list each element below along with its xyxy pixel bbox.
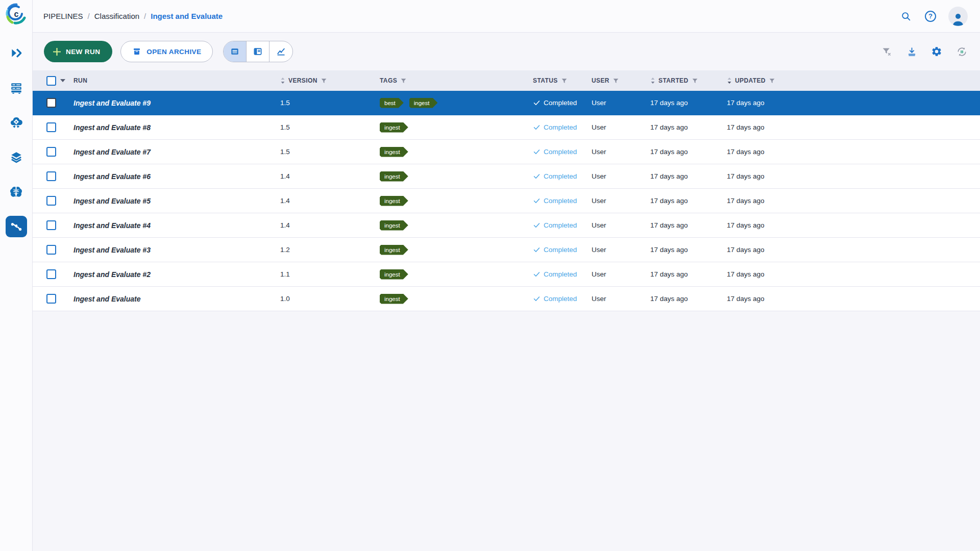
filter-icon[interactable] bbox=[692, 78, 698, 84]
run-cell[interactable]: Ingest and Evaluate #9 bbox=[68, 99, 276, 107]
tag-chip[interactable]: ingest bbox=[380, 196, 408, 206]
help-icon[interactable]: ? bbox=[924, 10, 937, 23]
row-checkbox[interactable] bbox=[46, 196, 56, 206]
table-row[interactable]: Ingest and Evaluate #3 1.2 ingest Comple… bbox=[33, 238, 980, 262]
breadcrumb-project[interactable]: Classification bbox=[94, 12, 139, 20]
run-name[interactable]: Ingest and Evaluate #4 bbox=[74, 221, 151, 230]
completed-check-icon bbox=[533, 123, 541, 131]
tag-chip[interactable]: best bbox=[380, 98, 404, 108]
open-archive-button[interactable]: OPEN ARCHIVE bbox=[120, 41, 213, 62]
run-cell[interactable]: Ingest and Evaluate #8 bbox=[68, 123, 276, 132]
run-name[interactable]: Ingest and Evaluate #8 bbox=[74, 123, 151, 132]
settings-icon[interactable] bbox=[930, 45, 943, 58]
tag-chip[interactable]: ingest bbox=[380, 294, 408, 304]
tag-chip[interactable]: ingest bbox=[380, 245, 408, 255]
run-cell[interactable]: Ingest and Evaluate #4 bbox=[68, 221, 276, 230]
sort-icon[interactable] bbox=[280, 77, 285, 84]
run-name[interactable]: Ingest and Evaluate #2 bbox=[74, 270, 151, 279]
run-cell[interactable]: Ingest and Evaluate bbox=[68, 295, 276, 303]
row-checkbox[interactable] bbox=[46, 147, 56, 157]
filter-icon[interactable] bbox=[769, 78, 775, 84]
sort-icon[interactable] bbox=[650, 77, 655, 84]
user-cell: User bbox=[587, 270, 646, 278]
workers-icon[interactable] bbox=[6, 112, 27, 133]
row-select-cell bbox=[33, 245, 68, 255]
queues-icon[interactable] bbox=[6, 77, 27, 98]
row-checkbox[interactable] bbox=[46, 122, 56, 132]
select-dropdown-icon[interactable] bbox=[60, 79, 65, 82]
updated-cell: 17 days ago bbox=[723, 172, 980, 180]
run-name[interactable]: Ingest and Evaluate #9 bbox=[74, 99, 151, 107]
filter-icon[interactable] bbox=[400, 78, 407, 84]
table-row[interactable]: Ingest and Evaluate 1.0 ingest Completed… bbox=[33, 287, 980, 311]
filter-icon[interactable] bbox=[612, 78, 619, 84]
projects-icon[interactable] bbox=[6, 42, 27, 64]
column-header-status[interactable]: STATUS bbox=[529, 77, 587, 84]
column-header-updated[interactable]: UPDATED bbox=[723, 77, 980, 84]
chart-view-button[interactable] bbox=[270, 41, 292, 62]
run-cell[interactable]: Ingest and Evaluate #5 bbox=[68, 197, 276, 205]
row-checkbox[interactable] bbox=[46, 98, 56, 108]
run-name[interactable]: Ingest and Evaluate #7 bbox=[74, 148, 151, 156]
tag-chip[interactable]: ingest bbox=[380, 171, 408, 182]
column-header-started[interactable]: STARTED bbox=[646, 77, 723, 84]
table-row[interactable]: Ingest and Evaluate #6 1.4 ingest Comple… bbox=[33, 164, 980, 189]
column-header-run[interactable]: RUN bbox=[68, 77, 276, 84]
table-row[interactable]: Ingest and Evaluate #5 1.4 ingest Comple… bbox=[33, 189, 980, 213]
row-checkbox[interactable] bbox=[46, 245, 56, 255]
column-header-version[interactable]: VERSION bbox=[276, 77, 376, 84]
run-name[interactable]: Ingest and Evaluate #5 bbox=[74, 197, 151, 205]
models-icon[interactable] bbox=[6, 181, 27, 203]
select-all-checkbox[interactable] bbox=[46, 76, 56, 86]
breadcrumb-section[interactable]: PIPELINES bbox=[43, 12, 83, 20]
run-name[interactable]: Ingest and Evaluate #3 bbox=[74, 246, 151, 254]
clear-filters-icon[interactable] bbox=[880, 45, 893, 58]
datasets-icon[interactable] bbox=[6, 146, 27, 168]
row-checkbox[interactable] bbox=[46, 269, 56, 279]
table-view-button[interactable] bbox=[224, 41, 247, 62]
app-root: c bbox=[0, 0, 980, 551]
download-icon[interactable] bbox=[905, 45, 918, 58]
row-checkbox[interactable] bbox=[46, 171, 56, 181]
user-avatar[interactable] bbox=[948, 7, 968, 26]
clearml-logo[interactable]: c bbox=[5, 3, 28, 25]
filter-icon[interactable] bbox=[561, 78, 568, 84]
tag-chip[interactable]: ingest bbox=[409, 98, 438, 108]
status-label: Completed bbox=[544, 148, 577, 156]
new-run-button[interactable]: NEW RUN bbox=[44, 41, 112, 62]
filter-icon[interactable] bbox=[321, 78, 327, 84]
run-cell[interactable]: Ingest and Evaluate #6 bbox=[68, 172, 276, 181]
search-icon[interactable] bbox=[899, 10, 913, 23]
status-cell: Completed bbox=[529, 295, 587, 303]
auto-refresh-icon[interactable] bbox=[955, 45, 968, 58]
table-row[interactable]: Ingest and Evaluate #8 1.5 ingest Comple… bbox=[33, 115, 980, 140]
pipelines-icon[interactable] bbox=[6, 216, 27, 237]
run-name[interactable]: Ingest and Evaluate #6 bbox=[74, 172, 151, 181]
tag-chip[interactable]: ingest bbox=[380, 147, 408, 157]
table-row[interactable]: Ingest and Evaluate #2 1.1 ingest Comple… bbox=[33, 262, 980, 287]
column-header-tags[interactable]: TAGS bbox=[376, 77, 529, 84]
column-label: TAGS bbox=[380, 77, 397, 84]
started-cell: 17 days ago bbox=[646, 99, 723, 107]
tag-chip[interactable]: ingest bbox=[380, 269, 408, 280]
tag-chip[interactable]: ingest bbox=[380, 220, 408, 231]
split-view-icon bbox=[253, 46, 263, 57]
status-cell: Completed bbox=[529, 197, 587, 205]
run-name[interactable]: Ingest and Evaluate bbox=[74, 295, 140, 303]
row-checkbox[interactable] bbox=[46, 220, 56, 230]
user-cell: User bbox=[587, 123, 646, 131]
row-select-cell bbox=[33, 269, 68, 279]
archive-icon bbox=[132, 47, 141, 56]
run-cell[interactable]: Ingest and Evaluate #2 bbox=[68, 270, 276, 279]
tag-chip[interactable]: ingest bbox=[380, 122, 408, 133]
table-row[interactable]: Ingest and Evaluate #9 1.5 bestingest Co… bbox=[33, 91, 980, 115]
run-cell[interactable]: Ingest and Evaluate #7 bbox=[68, 148, 276, 156]
row-checkbox[interactable] bbox=[46, 294, 56, 304]
sort-icon[interactable] bbox=[727, 77, 732, 84]
row-select-cell bbox=[33, 147, 68, 157]
table-row[interactable]: Ingest and Evaluate #4 1.4 ingest Comple… bbox=[33, 213, 980, 238]
split-view-button[interactable] bbox=[247, 41, 270, 62]
run-cell[interactable]: Ingest and Evaluate #3 bbox=[68, 246, 276, 254]
column-header-user[interactable]: USER bbox=[587, 77, 646, 84]
table-row[interactable]: Ingest and Evaluate #7 1.5 ingest Comple… bbox=[33, 140, 980, 164]
